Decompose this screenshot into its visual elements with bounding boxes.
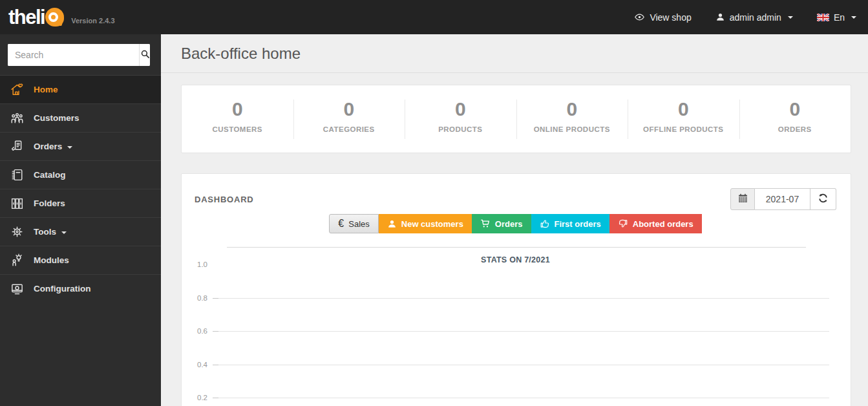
stat-value: 0 xyxy=(182,98,293,120)
uk-flag-icon xyxy=(817,14,829,21)
chart-toggle-sales[interactable]: € Sales xyxy=(329,214,378,233)
chart-top-border xyxy=(227,247,806,248)
orders-icon xyxy=(8,139,26,154)
eye-icon xyxy=(634,12,645,23)
home-icon xyxy=(8,82,26,97)
y-axis-tick: 0.4 xyxy=(195,365,836,365)
stat-label: ORDERS xyxy=(739,125,851,133)
grid-line xyxy=(213,331,829,332)
sidebar: Home Customers Orders Catalog Folder xyxy=(0,34,161,406)
stats-chart: STATS ON 7/2021 1.00.80.60.40.2 xyxy=(195,247,836,406)
configuration-icon xyxy=(8,281,26,296)
stat-label: OFFLINE PRODUCTS xyxy=(628,125,739,133)
grid-line xyxy=(213,298,829,299)
sidebar-menu: Home Customers Orders Catalog Folder xyxy=(0,75,161,303)
sidebar-item-folders[interactable]: Folders xyxy=(0,189,161,217)
thumb-down-icon xyxy=(618,219,628,229)
chart-toggle-aborted-orders[interactable]: Aborted orders xyxy=(609,214,702,233)
y-tick-label: 0.4 xyxy=(192,361,207,369)
user-icon xyxy=(387,219,397,229)
sidebar-item-orders[interactable]: Orders xyxy=(0,132,161,160)
customers-icon xyxy=(8,111,26,125)
y-tick-label: 0.8 xyxy=(192,294,207,302)
cart-icon xyxy=(480,219,491,229)
brand-logo: theli Version 2.4.3 xyxy=(8,7,115,27)
dashboard-title: DASHBOARD xyxy=(195,195,254,204)
user-menu[interactable]: admin admin xyxy=(715,12,793,23)
stat-label: CUSTOMERS xyxy=(182,125,293,133)
y-axis-tick: 0.6 xyxy=(195,331,836,332)
sidebar-item-tools[interactable]: Tools xyxy=(0,217,161,246)
chart-toggle-first-orders[interactable]: First orders xyxy=(531,214,609,233)
chevron-down-icon xyxy=(851,16,856,19)
stats-panel: 0 CUSTOMERS 0 CATEGORIES 0 PRODUCTS 0 ON… xyxy=(181,85,851,153)
folders-icon xyxy=(8,196,26,211)
stat-label: ONLINE PRODUCTS xyxy=(516,125,628,133)
logo-text: theli xyxy=(8,7,45,27)
stat-label: PRODUCTS xyxy=(405,125,516,133)
stat-value: 0 xyxy=(739,98,851,120)
stat-products: 0 PRODUCTS xyxy=(405,85,516,153)
stat-value: 0 xyxy=(628,98,739,120)
sidebar-item-home[interactable]: Home xyxy=(0,75,161,103)
catalog-icon xyxy=(8,167,26,182)
thumb-up-icon xyxy=(540,219,550,229)
page-title: Back-office home xyxy=(181,45,301,63)
search-button[interactable] xyxy=(139,44,150,66)
chevron-down-icon xyxy=(788,16,793,19)
chevron-down-icon xyxy=(61,231,67,234)
chart-toggle-new-customers[interactable]: New customers xyxy=(379,214,472,233)
calendar-addon[interactable] xyxy=(730,188,755,210)
sidebar-search xyxy=(8,44,150,66)
view-shop-label: View shop xyxy=(650,12,691,23)
sidebar-item-modules[interactable]: Modules xyxy=(0,246,161,274)
chart-series-toolbar: € Sales New customers Orders First order… xyxy=(195,214,836,233)
stat-online-products: 0 ONLINE PRODUCTS xyxy=(516,85,628,153)
user-icon xyxy=(715,12,725,22)
topbar-right: View shop admin admin En xyxy=(634,12,856,23)
stat-label: CATEGORIES xyxy=(293,125,405,133)
sidebar-item-configuration[interactable]: Configuration xyxy=(0,274,161,303)
view-shop-link[interactable]: View shop xyxy=(634,12,691,23)
sidebar-item-catalog[interactable]: Catalog xyxy=(0,160,161,189)
version-label: Version 2.4.3 xyxy=(71,17,114,25)
stat-value: 0 xyxy=(516,98,628,120)
stat-value: 0 xyxy=(405,98,516,120)
month-picker xyxy=(730,188,836,210)
y-tick-label: 0.6 xyxy=(192,327,207,335)
user-name: admin admin xyxy=(730,12,781,23)
dashboard-header: DASHBOARD xyxy=(195,188,836,210)
logo-accent-a xyxy=(45,8,64,27)
y-tick-label: 0.2 xyxy=(192,394,207,401)
main-content: Back-office home 0 CUSTOMERS 0 CATEGORIE… xyxy=(161,34,868,406)
dashboard-panel: DASHBOARD € Sales New customers xyxy=(181,173,851,406)
page-header: Back-office home xyxy=(161,34,868,73)
modules-icon xyxy=(8,253,26,268)
y-axis-tick: 1.0 xyxy=(195,264,836,265)
stat-categories: 0 CATEGORIES xyxy=(293,85,405,153)
chevron-down-icon xyxy=(67,146,72,149)
stat-customers: 0 CUSTOMERS xyxy=(182,85,293,153)
calendar-icon xyxy=(737,193,748,206)
chart-title: STATS ON 7/2021 xyxy=(195,255,836,264)
refresh-button[interactable] xyxy=(810,188,836,210)
y-axis-tick: 0.2 xyxy=(195,398,836,398)
language-menu[interactable]: En xyxy=(817,12,856,23)
y-axis-tick: 0.8 xyxy=(195,298,836,299)
search-input[interactable] xyxy=(8,44,139,66)
grid-line xyxy=(213,398,829,398)
month-input[interactable] xyxy=(755,188,810,210)
refresh-icon xyxy=(818,193,829,206)
grid-line xyxy=(213,365,829,365)
search-icon xyxy=(140,48,150,61)
chart-toggle-orders[interactable]: Orders xyxy=(472,214,531,233)
stat-value: 0 xyxy=(293,98,405,120)
tools-icon xyxy=(8,224,26,239)
euro-icon: € xyxy=(338,219,344,229)
topbar: theli Version 2.4.3 View shop admin admi… xyxy=(0,0,868,34)
language-label: En xyxy=(834,12,845,23)
sidebar-item-customers[interactable]: Customers xyxy=(0,103,161,132)
stat-offline-products: 0 OFFLINE PRODUCTS xyxy=(628,85,739,153)
y-tick-label: 1.0 xyxy=(192,261,207,268)
stat-orders: 0 ORDERS xyxy=(739,85,851,153)
